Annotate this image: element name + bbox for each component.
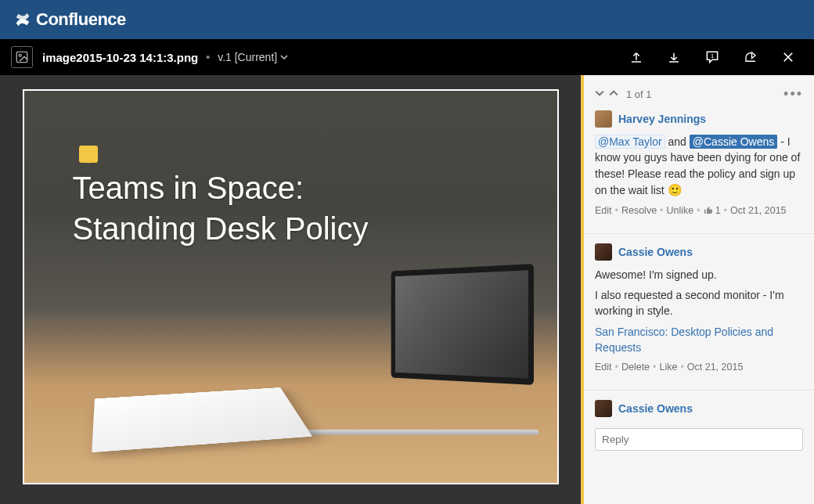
comment-count-button[interactable]: 1 bbox=[704, 49, 720, 65]
toolbar-actions: 1 bbox=[629, 49, 803, 65]
svg-rect-0 bbox=[16, 52, 27, 63]
nav-down-button[interactable] bbox=[595, 88, 604, 100]
image-overlay-title: Teams in Space: Standing Desk Policy bbox=[73, 167, 369, 249]
user-mention[interactable]: @Cassie Owens bbox=[690, 135, 777, 149]
file-separator: • bbox=[206, 51, 210, 63]
image-viewer: Teams in Space: Standing Desk Policy bbox=[0, 75, 581, 504]
user-mention[interactable]: @Max Taylor bbox=[595, 135, 665, 149]
avatar[interactable] bbox=[595, 243, 612, 261]
more-actions-button[interactable]: ••• bbox=[783, 86, 803, 103]
upload-icon bbox=[629, 50, 643, 64]
reply-input[interactable] bbox=[595, 428, 803, 451]
reply-meta: Edit • Delete • Like • Oct 21, 2015 bbox=[595, 362, 803, 373]
confluence-icon bbox=[14, 11, 31, 28]
svg-text:1: 1 bbox=[711, 52, 714, 59]
comment-thread: Harvey Jennings @Max Taylor and @Cassie … bbox=[584, 110, 814, 225]
content-area: Teams in Space: Standing Desk Policy 1 o… bbox=[0, 75, 814, 504]
reply-author[interactable]: Cassie Owens bbox=[618, 246, 693, 258]
divider bbox=[584, 390, 814, 391]
comment-meta: Edit • Resolve • Unlike • 1 • Oct 21, 20… bbox=[595, 205, 803, 216]
comment-author[interactable]: Harvey Jennings bbox=[618, 113, 706, 125]
product-logo[interactable]: Confluence bbox=[14, 9, 126, 30]
thumbs-up-icon bbox=[704, 206, 713, 215]
version-label: v.1 [Current] bbox=[218, 51, 277, 63]
close-button[interactable] bbox=[781, 50, 795, 64]
chevron-down-icon bbox=[280, 53, 288, 61]
paper-graphic bbox=[92, 387, 312, 452]
comment-icon: 1 bbox=[704, 49, 720, 65]
reply-box bbox=[595, 428, 803, 451]
delete-link[interactable]: Delete bbox=[621, 362, 650, 373]
like-link[interactable]: Like bbox=[659, 362, 677, 373]
reply-text-line: Awesome! I'm signed up. bbox=[595, 267, 803, 283]
chevron-up-icon bbox=[609, 88, 618, 98]
image-icon bbox=[15, 50, 29, 64]
version-selector[interactable]: v.1 [Current] bbox=[218, 51, 288, 63]
like-count[interactable]: 1 bbox=[704, 205, 721, 216]
comments-nav: 1 of 1 ••• bbox=[584, 83, 814, 110]
file-name: image2015-10-23 14:1:3.png bbox=[42, 51, 198, 64]
like-count-value: 1 bbox=[715, 205, 721, 216]
avatar[interactable] bbox=[595, 110, 612, 128]
product-name: Confluence bbox=[36, 9, 126, 30]
laptop-graphic bbox=[283, 264, 534, 444]
chevron-down-icon bbox=[595, 88, 604, 98]
reply-date: Oct 21, 2015 bbox=[687, 362, 744, 373]
comments-panel: 1 of 1 ••• Harvey Jennings @Max Taylor a… bbox=[581, 75, 814, 504]
download-button[interactable] bbox=[667, 50, 681, 64]
mention-joiner: and bbox=[665, 135, 690, 148]
upload-button[interactable] bbox=[629, 50, 643, 64]
reply-body: Awesome! I'm signed up. I also requested… bbox=[595, 267, 803, 355]
comment-body: @Max Taylor and @Cassie Owens - I know y… bbox=[595, 134, 803, 199]
reply-prompt-author[interactable]: Cassie Owens bbox=[618, 402, 693, 415]
edit-link[interactable]: Edit bbox=[595, 205, 612, 216]
smile-emoji-icon: 🙂 bbox=[668, 183, 683, 196]
preview-image[interactable]: Teams in Space: Standing Desk Policy bbox=[23, 89, 559, 484]
share-button[interactable] bbox=[744, 50, 758, 64]
comment-date: Oct 21, 2015 bbox=[730, 205, 787, 216]
edit-link[interactable]: Edit bbox=[595, 362, 612, 373]
divider bbox=[584, 233, 814, 234]
app-header: Confluence bbox=[0, 0, 814, 39]
svg-point-1 bbox=[19, 54, 21, 56]
download-icon bbox=[667, 50, 681, 64]
document-link[interactable]: San Francisco: Desktop Policies and Requ… bbox=[595, 326, 773, 354]
comment-reply: Cassie Owens Awesome! I'm signed up. I a… bbox=[584, 243, 814, 382]
nav-counter: 1 of 1 bbox=[626, 88, 652, 100]
image-title-line2: Standing Desk Policy bbox=[73, 208, 369, 249]
avatar[interactable] bbox=[595, 400, 612, 417]
file-thumbnail bbox=[11, 46, 33, 68]
share-icon bbox=[744, 50, 758, 64]
close-icon bbox=[781, 50, 795, 64]
file-toolbar: image2015-10-23 14:1:3.png • v.1 [Curren… bbox=[0, 39, 814, 75]
nav-up-button[interactable] bbox=[609, 88, 618, 100]
resolve-link[interactable]: Resolve bbox=[621, 205, 657, 216]
reply-text-line: I also requested a second monitor - I'm … bbox=[595, 287, 803, 319]
annotation-pin-icon[interactable] bbox=[79, 146, 98, 163]
image-title-line1: Teams in Space: bbox=[73, 167, 369, 208]
reply-prompt-header: Cassie Owens bbox=[584, 400, 814, 423]
unlike-link[interactable]: Unlike bbox=[667, 205, 694, 216]
